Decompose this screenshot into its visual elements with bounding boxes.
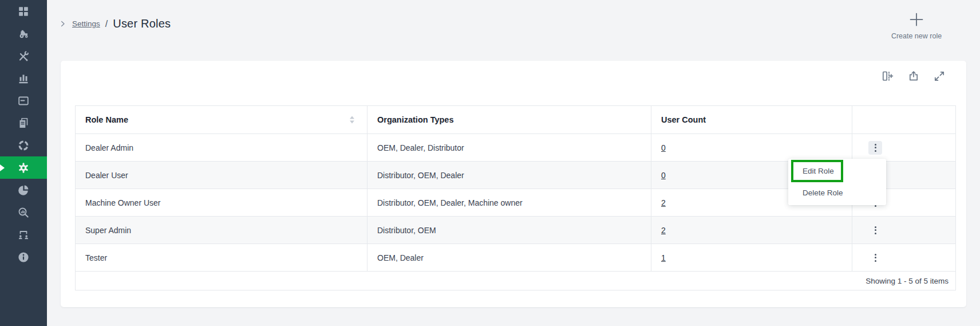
row-context-menu: Edit Role Delete Role [788,159,886,205]
sidebar-item-reports[interactable] [0,112,47,134]
column-header-actions [852,106,956,134]
column-header-user-count: User Count [651,106,852,134]
role-name-cell: Tester [76,244,368,272]
column-header-role-name[interactable]: Role Name [76,106,368,134]
sidebar-item-statistics[interactable] [0,179,47,201]
sidebar-item-analytics[interactable] [0,67,47,89]
sidebar-item-machines[interactable] [0,22,47,45]
dashboard-icon [17,5,30,18]
org-types-cell: Distributor, OEM, Dealer, Machine owner [368,189,651,217]
sidebar-item-settings[interactable] [0,156,47,179]
gear-icon [17,161,30,175]
user-count-link[interactable]: 1 [661,253,666,262]
kebab-menu-button[interactable] [868,223,882,237]
user-roles-page: Settings / User Roles Create new role [0,0,980,326]
column-header-org-types: Organization Types [368,106,651,134]
plus-icon [908,11,924,28]
sort-icon[interactable] [350,116,354,124]
export-icon[interactable] [907,70,920,83]
segmented-ring-icon [17,139,30,152]
user-count-cell: 0 [651,134,852,162]
role-name-cell: Machine Owner User [76,189,368,217]
kebab-menu-button[interactable] [868,141,882,155]
table-row: Tester OEM, Dealer 1 [76,244,956,272]
kebab-menu-button[interactable] [868,251,882,265]
active-marker-icon [0,164,5,171]
sidebar-item-info[interactable] [0,246,47,268]
bar-chart-icon [17,72,30,85]
sidebar [0,0,47,326]
user-count-cell: 2 [651,217,852,244]
sidebar-item-organization[interactable] [0,223,47,246]
breadcrumb-link-settings[interactable]: Settings [72,19,100,28]
actions-cell [852,134,956,162]
documents-icon [17,116,30,130]
sidebar-item-schedule[interactable] [0,89,47,112]
table-footer-row: Showing 1 - 5 of 5 items [76,272,956,290]
role-name-cell: Dealer User [76,162,368,189]
org-types-cell: Distributor, OEM, Dealer [368,162,651,189]
breadcrumb-separator: / [105,19,108,29]
table-header-row: Role Name Organization Types User Count [76,106,956,134]
org-types-cell: OEM, Dealer [368,244,651,272]
search-analytics-icon [17,206,30,219]
actions-cell [852,217,956,244]
sidebar-item-service-tools[interactable] [0,45,47,67]
user-count-link[interactable]: 2 [661,226,666,235]
pagination-status: Showing 1 - 5 of 5 items [76,272,956,290]
breadcrumb-chevron-icon [58,19,67,28]
pie-chart-icon [17,183,30,197]
manage-columns-icon[interactable] [882,70,894,83]
page-title: User Roles [113,17,171,30]
calendar-icon [17,94,30,108]
org-types-cell: Distributor, OEM [368,217,651,244]
tools-icon [17,49,30,63]
tractor-icon [17,27,30,41]
table-row: Dealer Admin OEM, Dealer, Distributor 0 [76,134,956,162]
user-count-link[interactable]: 0 [661,143,666,152]
role-name-header-label: Role Name [85,115,128,124]
table-toolbar [882,70,946,83]
role-name-cell: Super Admin [76,217,368,244]
menu-item-edit-role[interactable]: Edit Role [788,160,886,182]
user-count-cell: 1 [651,244,852,272]
sidebar-item-insights[interactable] [0,201,47,223]
info-icon [17,250,30,264]
table-row: Super Admin Distributor, OEM 2 [76,217,956,244]
create-new-role-button[interactable]: Create new role [885,11,948,40]
create-new-role-label: Create new role [885,32,948,40]
expand-icon[interactable] [933,70,946,83]
org-hierarchy-icon [17,228,30,242]
role-name-cell: Dealer Admin [76,134,368,162]
breadcrumb: Settings / User Roles [58,17,171,30]
sidebar-item-dashboard[interactable] [0,0,47,22]
sidebar-item-operations[interactable] [0,134,47,156]
user-count-link[interactable]: 2 [661,198,666,207]
menu-item-delete-role[interactable]: Delete Role [788,182,886,203]
user-count-link[interactable]: 0 [661,171,666,180]
org-types-cell: OEM, Dealer, Distributor [368,134,651,162]
actions-cell [852,244,956,272]
